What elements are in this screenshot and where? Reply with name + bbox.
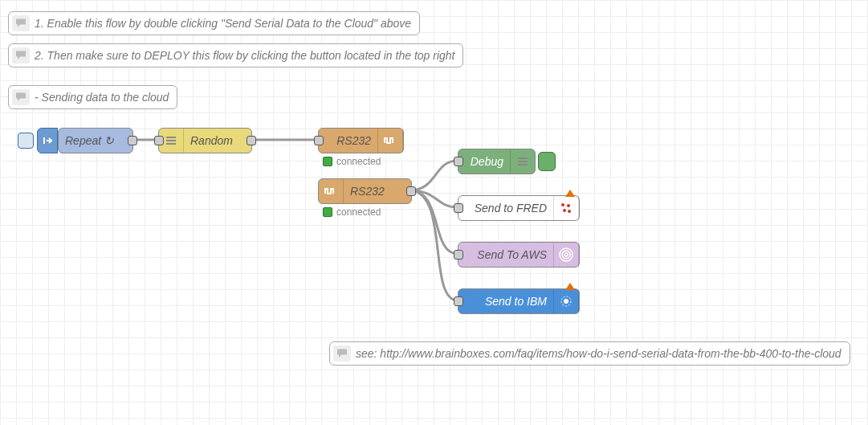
node-rs232-out[interactable]: RS232 [318,128,404,153]
input-port[interactable] [454,203,463,213]
fred-icon [553,196,579,220]
comment-icon [333,345,351,362]
node-label: Send to IBM [458,295,553,308]
comment-text: - Sending data to the cloud [35,91,169,104]
comment-enable-flow[interactable]: 1. Enable this flow by double clicking "… [8,11,420,35]
comment-sending-data[interactable]: - Sending data to the cloud [8,85,177,109]
node-status-rs232-in: connected [323,206,381,218]
output-port[interactable] [128,136,137,145]
input-port[interactable] [454,250,463,259]
status-dot-icon [323,157,332,166]
inject-button[interactable] [18,128,58,153]
serial-icon [377,129,403,153]
changed-marker [565,283,575,290]
svg-point-11 [562,251,570,259]
input-port[interactable] [454,157,463,166]
input-port[interactable] [454,296,463,306]
svg-point-10 [564,253,568,256]
node-label: RS232 [344,185,411,198]
node-send-ibm[interactable]: Send to IBM [458,288,580,314]
node-label: Random [184,134,251,147]
node-debug[interactable]: Debug [458,149,536,174]
comment-deploy-flow[interactable]: 2. Then make sure to DEPLOY this flow by… [8,43,463,67]
comment-icon [12,47,30,63]
node-label: Send to FRED [458,202,553,215]
node-send-fred[interactable]: Send to FRED [458,195,580,221]
node-status-rs232-out: connected [323,156,381,167]
aws-icon [553,243,579,267]
svg-point-8 [563,209,566,212]
svg-point-7 [567,204,570,207]
node-label: Repeat ↻ [59,134,132,147]
comment-see-link[interactable]: see: http://www.brainboxes.com/faq/items… [329,341,850,366]
inject-once-checkbox[interactable] [18,133,34,149]
node-send-aws[interactable]: Send To AWS [458,242,580,268]
status-text: connected [336,206,381,218]
output-port[interactable] [247,136,256,145]
svg-point-6 [561,203,564,206]
node-label: Send To AWS [458,248,553,261]
serial-icon [319,179,344,203]
input-port[interactable] [154,136,164,145]
status-text: connected [336,156,381,167]
node-repeat[interactable]: Repeat ↻ [58,128,133,153]
changed-marker [565,190,575,197]
svg-point-13 [564,299,568,304]
node-label: Debug [458,155,510,168]
svg-point-9 [568,210,571,213]
comment-text: see: http://www.brainboxes.com/faq/items… [356,347,842,360]
status-dot-icon [323,207,332,217]
node-rs232-in[interactable]: RS232 [318,178,412,204]
output-port[interactable] [406,186,416,196]
debug-icon [510,149,535,174]
comment-icon [12,89,30,105]
inject-arrow-icon [37,128,58,153]
debug-toggle-button[interactable] [538,152,556,171]
comment-text: 2. Then make sure to DEPLOY this flow by… [35,49,454,62]
comment-icon [12,15,30,31]
input-port[interactable] [314,136,324,145]
node-label: RS232 [319,134,377,147]
ibm-iot-icon [553,289,579,313]
comment-text: 1. Enable this flow by double clicking "… [35,17,411,30]
node-random[interactable]: Random [158,128,252,153]
